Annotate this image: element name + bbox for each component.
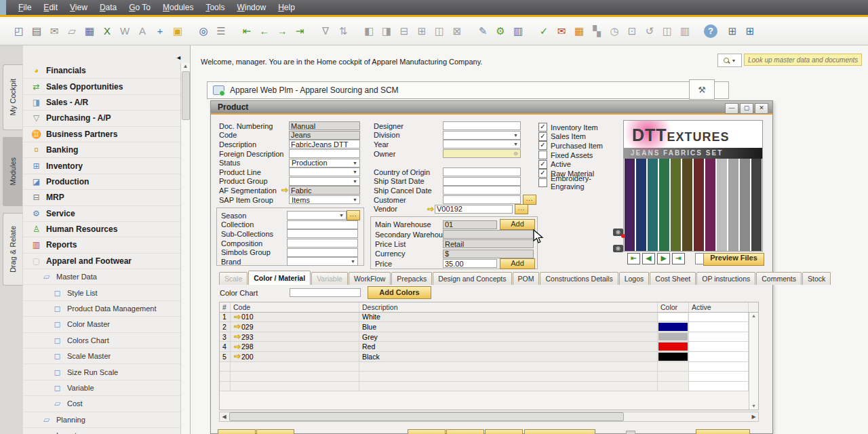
active-cell[interactable] [689, 342, 749, 351]
ship-cancel-date-field[interactable] [443, 186, 521, 195]
print-icon[interactable]: ▤ [28, 23, 45, 39]
active-cell[interactable] [689, 332, 749, 342]
email-icon[interactable]: ✉ [46, 23, 62, 39]
add-colors-button[interactable]: Add Colors [368, 286, 431, 299]
checkbox-row[interactable]: ✓Sales Item [538, 132, 620, 142]
main-warehouse-field[interactable] [443, 220, 497, 229]
link-arrow-icon[interactable]: ⇨ [233, 313, 241, 321]
create-document-icon[interactable]: ⚙ [492, 23, 509, 39]
menu-file[interactable]: File [12, 0, 37, 15]
authorizations-icon[interactable]: ▣ [170, 23, 186, 39]
brand-select[interactable]: ▼ [287, 257, 358, 266]
scrollbar-thumb[interactable] [229, 412, 624, 421]
sidebar-item-financials[interactable]: ◕Financials [23, 63, 180, 79]
sidebar-item-scale-master[interactable]: ◻Scale Master [23, 349, 180, 364]
season-select[interactable]: ▼ [287, 211, 347, 220]
target-document-icon[interactable]: ◨ [378, 23, 395, 39]
owner-field[interactable]: ⊖ [443, 149, 521, 158]
refresh-icon[interactable]: ↺ [642, 23, 658, 39]
link-arrow-icon[interactable]: ⇨ [233, 322, 241, 331]
bottom-action-button[interactable] [696, 429, 750, 434]
status-select[interactable]: Production▼ [289, 159, 360, 167]
camera-icon[interactable] [613, 245, 623, 252]
add-price-button[interactable]: Add [500, 258, 535, 269]
sales-item-checkbox[interactable]: ✓ [538, 132, 547, 141]
active-cell[interactable] [689, 352, 749, 361]
price-field[interactable] [443, 259, 497, 268]
scrollbar-thumb[interactable] [182, 71, 190, 120]
sub-collections-field[interactable] [287, 229, 358, 238]
calendar-icon[interactable]: ▦ [571, 23, 587, 39]
doc-numbering-field[interactable] [289, 121, 360, 130]
previous-image-button[interactable]: ◀ [642, 253, 655, 264]
wrench-tool-icon[interactable]: ⚒ [689, 79, 715, 100]
table-row[interactable]: 2 ⇨029 Blue [220, 322, 758, 332]
sidebar-item-business-partners[interactable]: ♊Business Partners [23, 127, 180, 142]
sort-icon[interactable]: ⇅ [335, 23, 351, 39]
tab-pom[interactable]: POM [513, 272, 540, 285]
checkbox-row[interactable]: Embroidery-Engraving [538, 178, 620, 188]
active-cell[interactable] [689, 313, 749, 322]
last-record-icon[interactable]: ⇥ [292, 23, 308, 39]
sidebar-scrollbar[interactable]: ▲ [180, 63, 190, 434]
division-select[interactable]: ▼ [443, 131, 521, 140]
simbols-group-field[interactable] [287, 248, 358, 257]
checkbox-row[interactable]: ✓Purchased Item [538, 141, 620, 151]
checkbox-row[interactable]: Fixed Assets [538, 151, 620, 160]
payment-means-icon[interactable]: ⊠ [449, 23, 465, 39]
sidebar-item-reports[interactable]: ▥Reports [23, 237, 180, 253]
ship-start-date-field[interactable] [443, 177, 521, 186]
sidebar-item-purchasing-ap[interactable]: ▽Purchasing - A/P [23, 111, 180, 126]
base-document-icon[interactable]: ◧ [361, 23, 377, 39]
sidebar-item-production[interactable]: ◪Production [23, 174, 180, 190]
alert-message-icon[interactable]: ✉ [553, 23, 570, 39]
tab-stock[interactable]: Stock [802, 272, 831, 285]
embroidery-engraving-checkbox[interactable] [538, 178, 547, 187]
link-arrow-icon[interactable]: ⇨ [233, 342, 241, 351]
product-line-select[interactable]: ▼ [289, 167, 360, 176]
product-window-titlebar[interactable]: Product [211, 101, 772, 115]
table-row-empty[interactable] [220, 372, 758, 382]
presentation-icon[interactable]: ◫ [659, 23, 675, 39]
find-icon[interactable]: ◎ [195, 23, 212, 39]
sidebar-item-style-list[interactable]: ◻Style List [23, 285, 180, 300]
link-arrow-icon[interactable]: ⇨ [427, 205, 435, 214]
checkbox-row[interactable]: ✓Inventory Item [538, 123, 620, 132]
tab-modules[interactable]: Modules [3, 137, 22, 206]
bottom-action-button[interactable] [446, 429, 484, 434]
collection-field[interactable] [287, 220, 358, 229]
last-image-button[interactable]: ⇥ [672, 253, 685, 264]
filter-icon[interactable]: ∇ [317, 23, 334, 39]
org-chart-icon[interactable]: ▚ [589, 23, 605, 39]
price-list-field[interactable] [443, 239, 534, 248]
sidebar-item-sales-opportunities[interactable]: ⇄Sales Opportunities [23, 79, 180, 94]
duplicate-icon[interactable]: ⊡ [624, 23, 640, 39]
tab-logos[interactable]: Logos [619, 272, 650, 285]
campaign-icon[interactable]: ▱ [64, 23, 80, 39]
tab-workflow[interactable]: WorkFlow [349, 272, 391, 285]
table-row-empty[interactable] [220, 362, 758, 372]
active-cell[interactable] [689, 322, 749, 332]
camera-add-icon[interactable] [613, 229, 623, 236]
raw-material-checkbox[interactable]: ✓ [538, 169, 547, 178]
season-browse-button[interactable]: ... [347, 210, 360, 220]
menu-view[interactable]: View [64, 0, 94, 15]
plm-window-header[interactable]: Apparel Web Plm - Apparel Sourcing and S… [207, 81, 729, 99]
first-record-icon[interactable]: ⇤ [239, 23, 255, 39]
currency-field[interactable] [443, 250, 534, 258]
table-vertical-scrollbar[interactable]: ▲▼ [749, 313, 758, 410]
scroll-down-icon[interactable]: ▼ [749, 403, 758, 410]
sidebar-item-mrp[interactable]: ⊟MRP [23, 190, 180, 205]
sidebar-item-product-data-management[interactable]: ◻Product Data Management [23, 301, 180, 317]
export-word-icon[interactable]: W [117, 23, 133, 39]
add-warehouse-button[interactable]: Add [500, 219, 535, 230]
color-chart-field[interactable] [290, 288, 361, 297]
document-printout-icon[interactable]: ⊟ [396, 23, 412, 39]
menu-tools[interactable]: Tools [199, 0, 231, 15]
horizontal-scrollbar[interactable]: ◀ ▶ [219, 412, 759, 422]
table-row[interactable]: 1 ⇨010 White [220, 313, 758, 323]
sidebar-item-inventory[interactable]: ⊞Inventory [23, 158, 180, 174]
sidebar-item-master-data[interactable]: ▱Master Data [23, 269, 180, 285]
scroll-left-icon[interactable]: ◀ [220, 414, 229, 420]
find-document-icon[interactable]: ◰ [11, 23, 27, 39]
